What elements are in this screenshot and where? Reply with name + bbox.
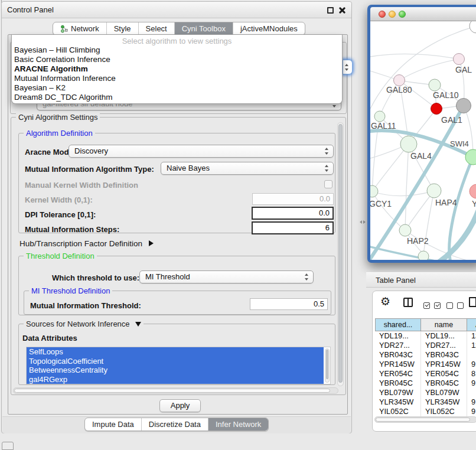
file-icon[interactable] <box>469 297 476 307</box>
splitter-handle[interactable] <box>360 219 366 225</box>
deselect-all-icon[interactable] <box>446 301 464 311</box>
network-node-gal4[interactable] <box>400 136 417 152</box>
aracne-mode-combo[interactable]: Discovery <box>69 145 334 158</box>
network-node-gcy1[interactable] <box>370 185 378 197</box>
tab-infer-network[interactable]: Infer Network <box>208 418 268 431</box>
settings-vscrollbar[interactable] <box>337 122 344 386</box>
minimize-light-icon[interactable] <box>389 11 396 18</box>
algorithm-option[interactable]: Dream8 DC_TDC Algorithm <box>12 93 342 102</box>
dock-mini-button[interactable] <box>2 442 14 450</box>
table-cell[interactable]: YBL079W <box>421 388 467 397</box>
attributes-vscrollbar[interactable] <box>325 348 330 383</box>
network-node-gal10[interactable] <box>429 79 441 91</box>
attribute-item[interactable]: SelfLoops <box>27 347 324 357</box>
table-cell[interactable]: 9. <box>467 360 476 369</box>
table-cell[interactable]: YER054C <box>375 369 421 379</box>
gear-icon[interactable]: ⚙ <box>380 295 390 308</box>
mi-threshold-definition-title: MI Threshold Definition <box>29 286 112 295</box>
zoom-light-icon[interactable] <box>399 11 406 18</box>
table-cell[interactable] <box>467 388 476 397</box>
network-node-hap4[interactable] <box>427 184 441 198</box>
threshold-definition-group: Threshold Definition Which threshold to … <box>18 256 335 315</box>
table-hscrollbar-thumb[interactable] <box>376 418 470 422</box>
column-header[interactable]: A <box>467 318 476 331</box>
table-cell[interactable]: 13 <box>467 331 476 341</box>
network-node[interactable] <box>470 21 476 33</box>
network-node-gal1[interactable] <box>431 103 442 115</box>
table-cell[interactable]: YDL19... <box>421 331 467 341</box>
tab-impute-data[interactable]: Impute Data <box>85 418 142 431</box>
table-cell[interactable]: YBR043C <box>421 350 467 360</box>
table-hscrollbar[interactable] <box>374 416 476 423</box>
settings-hscrollbar[interactable] <box>13 387 338 394</box>
tab-discretize-data[interactable]: Discretize Data <box>142 418 208 431</box>
network-node-gal[interactable] <box>454 54 465 65</box>
table-cell[interactable]: YPR145W <box>421 360 467 369</box>
sources-title[interactable]: Sources for Network Inference <box>24 319 144 328</box>
table-cell[interactable]: YBR043C <box>375 350 421 360</box>
network-node-hap2[interactable] <box>399 224 411 236</box>
attribute-item[interactable]: gal4RGexp <box>27 375 324 384</box>
tab-select[interactable]: Select <box>139 22 175 35</box>
table-cell[interactable]: 9. <box>467 379 476 388</box>
column-header-shared-name[interactable]: shared... <box>375 318 421 331</box>
algorithm-option[interactable]: Bayesian – K2 <box>12 83 342 93</box>
table-cell[interactable]: YLR345W <box>375 397 421 407</box>
network-node-y[interactable] <box>470 184 476 198</box>
algorithm-option[interactable]: Bayesian – Hill Climbing <box>12 45 342 55</box>
table-cell[interactable]: YIL052C <box>375 407 421 416</box>
algorithm-combo-stepper-fragment[interactable] <box>343 60 353 74</box>
select-all-icon[interactable] <box>423 301 441 311</box>
network-window-titlebar[interactable] <box>370 7 476 21</box>
columns-icon[interactable] <box>403 298 413 307</box>
table-cell[interactable]: YPR145W <box>375 360 421 369</box>
table-cell[interactable]: YDR27... <box>421 341 467 350</box>
table-cell[interactable]: YBR045C <box>375 379 421 388</box>
network-canvas[interactable]: GAL GAL80 GAL10 GAL1 GAL11 SWI4 GAL4 GCY… <box>370 21 476 260</box>
table-cell[interactable]: 9 <box>467 407 476 416</box>
network-node[interactable] <box>457 99 471 113</box>
table-cell[interactable]: YER054C <box>421 369 467 379</box>
close-icon[interactable] <box>338 6 346 14</box>
table-cell[interactable] <box>467 350 476 360</box>
network-node[interactable] <box>418 251 429 260</box>
manual-kernel-checkbox[interactable] <box>324 180 332 188</box>
mi-threshold-field[interactable]: 0.5 <box>250 298 328 310</box>
table-cell[interactable]: 9. <box>467 397 476 407</box>
mi-steps-field[interactable]: 6 <box>252 221 334 234</box>
float-window-icon[interactable] <box>327 7 334 14</box>
algorithm-option[interactable]: Basic Correlation Inference <box>12 55 342 64</box>
table-cell[interactable]: YLR345W <box>421 397 467 407</box>
tab-network[interactable]: Network <box>53 22 107 35</box>
table-cell[interactable]: 12 <box>467 341 476 350</box>
tab-style[interactable]: Style <box>107 22 139 35</box>
network-node-swi4[interactable] <box>465 149 476 165</box>
apply-button[interactable]: Apply <box>159 399 201 412</box>
hub-section-toggle[interactable]: Hub/Transcription Factor Definition <box>19 238 154 249</box>
attribute-item[interactable]: TopologicalCoefficient <box>27 357 324 366</box>
mi-type-combo[interactable]: Naive Bayes <box>161 162 334 175</box>
close-light-icon[interactable] <box>379 11 386 18</box>
tab-cyni-toolbox[interactable]: Cyni Toolbox <box>175 22 233 35</box>
which-threshold-combo[interactable]: MI Threshold <box>139 270 314 283</box>
dpi-tolerance-field[interactable]: 0.0 <box>252 207 334 220</box>
table-cell[interactable]: YDL19... <box>375 331 421 341</box>
table-card: ⚙ shared... name A YDL19... YDL19... 13 … <box>372 291 476 432</box>
network-node-gal80[interactable] <box>394 75 405 86</box>
table-cell[interactable]: YBR045C <box>421 379 467 388</box>
table-cell[interactable]: YBL079W <box>375 388 421 397</box>
table-cell[interactable]: YDR27... <box>375 341 421 350</box>
attributes-vscrollbar-thumb[interactable] <box>326 350 328 379</box>
kernel-width-field[interactable]: 0.0 <box>252 193 334 205</box>
column-header-name[interactable]: name <box>421 318 467 331</box>
settings-vscrollbar-thumb[interactable] <box>338 124 343 383</box>
table-cell[interactable]: 8. <box>467 369 476 379</box>
network-node-gal11[interactable] <box>374 111 385 122</box>
algorithm-option[interactable]: Mutual Information Inference <box>12 74 342 83</box>
aracne-mode-value: Discovery <box>74 146 108 155</box>
tab-jactivemnodules[interactable]: jActiveMNodules <box>233 22 305 35</box>
attribute-item[interactable]: BetweennessCentrality <box>27 366 324 375</box>
algorithm-option-selected[interactable]: ARACNE Algorithm <box>12 64 342 74</box>
settings-hscrollbar-thumb[interactable] <box>14 389 330 393</box>
table-cell[interactable]: YIL052C <box>421 407 467 416</box>
